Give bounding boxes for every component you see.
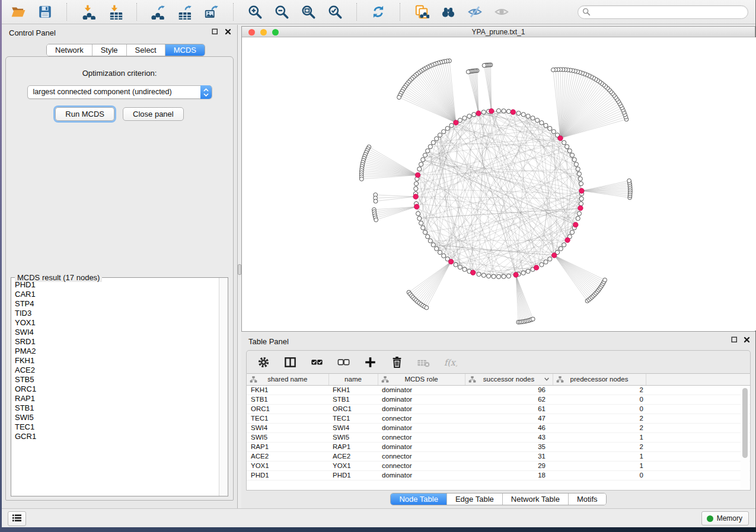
ring-node[interactable]: [576, 167, 580, 171]
cell-predecessor-nodes[interactable]: 1: [553, 432, 646, 442]
ring-node[interactable]: [487, 274, 491, 278]
cell-mcds-role[interactable]: dominator: [378, 385, 465, 395]
ring-node[interactable]: [548, 257, 552, 261]
table-float-icon[interactable]: [729, 336, 739, 345]
mcds-node-item[interactable]: PMA2: [15, 347, 218, 356]
cell-predecessor-nodes[interactable]: 0: [553, 395, 646, 404]
ring-node[interactable]: [544, 260, 548, 264]
tab-network[interactable]: Network: [47, 44, 92, 56]
cell-name[interactable]: SWI4: [328, 423, 378, 432]
ring-node[interactable]: [570, 230, 574, 235]
dominator-node[interactable]: [448, 259, 454, 264]
mcds-node-item[interactable]: SWI4: [15, 328, 218, 337]
ring-node[interactable]: [570, 153, 574, 157]
ring-node[interactable]: [445, 126, 449, 130]
save-session-button[interactable]: [34, 2, 56, 21]
mcds-node-item[interactable]: SWI5: [15, 413, 218, 422]
table-row[interactable]: ACE2ACE2connector311: [247, 451, 751, 461]
dominator-node[interactable]: [415, 172, 420, 178]
ring-node[interactable]: [562, 243, 566, 247]
ring-node[interactable]: [481, 273, 486, 277]
cell-successor-nodes[interactable]: 62: [465, 395, 553, 404]
leaf-node[interactable]: [466, 70, 470, 74]
dominator-node[interactable]: [578, 206, 583, 211]
ring-node[interactable]: [496, 274, 500, 278]
ring-node[interactable]: [442, 254, 446, 258]
ring-node[interactable]: [544, 123, 548, 127]
status-menu-button[interactable]: [8, 511, 26, 526]
ring-node[interactable]: [426, 235, 430, 239]
cell-name[interactable]: TEC1: [328, 414, 378, 423]
ring-node[interactable]: [535, 118, 540, 122]
ring-node[interactable]: [578, 177, 582, 181]
ring-node[interactable]: [551, 130, 556, 134]
table-row[interactable]: STB1STB1dominator620: [247, 395, 751, 404]
ring-node[interactable]: [417, 216, 422, 220]
cell-shared-name[interactable]: RAP1: [247, 442, 328, 451]
ring-node[interactable]: [426, 149, 430, 153]
traffic-minimize-button[interactable]: [260, 29, 267, 36]
tab-select[interactable]: Select: [126, 44, 165, 56]
cell-successor-nodes[interactable]: 35: [465, 442, 553, 451]
export-table-button[interactable]: [174, 2, 196, 21]
ring-node[interactable]: [431, 140, 435, 145]
traffic-close-button[interactable]: [248, 29, 255, 36]
cell-successor-nodes[interactable]: 61: [465, 404, 553, 414]
mcds-node-item[interactable]: STP4: [15, 299, 218, 309]
table-row[interactable]: TEC1TEC1connector472: [247, 414, 751, 423]
column-header-MCDS-role[interactable]: MCDS role: [378, 374, 465, 385]
cell-mcds-role[interactable]: dominator: [378, 423, 465, 432]
ring-node[interactable]: [579, 197, 583, 201]
mcds-node-item[interactable]: RAP1: [15, 394, 218, 403]
network-canvas[interactable]: [242, 37, 756, 331]
leaf-node[interactable]: [359, 177, 363, 181]
mcds-node-item[interactable]: PHD1: [15, 280, 218, 290]
column-header-predecessor-nodes[interactable]: predecessor nodes: [553, 374, 646, 385]
ring-node[interactable]: [548, 126, 552, 130]
dominator-node[interactable]: [454, 120, 459, 126]
mcds-node-item[interactable]: CAR1: [15, 290, 218, 299]
import-table-button[interactable]: [104, 2, 126, 21]
cell-mcds-role[interactable]: dominator: [378, 395, 465, 404]
run-mcds-button[interactable]: Run MCDS: [55, 107, 114, 121]
dominator-node[interactable]: [573, 222, 579, 227]
leaf-node[interactable]: [374, 218, 378, 222]
leaf-node[interactable]: [627, 179, 631, 183]
cell-successor-nodes[interactable]: 18: [465, 470, 553, 480]
cell-shared-name[interactable]: YOX1: [247, 461, 328, 470]
add-column-button[interactable]: [362, 354, 378, 370]
tab-mcds[interactable]: MCDS: [165, 44, 205, 56]
ring-node[interactable]: [417, 167, 422, 171]
refresh-view-button[interactable]: [368, 2, 389, 21]
ring-node[interactable]: [438, 133, 442, 137]
gear-button[interactable]: [255, 354, 272, 370]
column-header-name[interactable]: name: [328, 374, 378, 385]
split-panel-button[interactable]: [282, 354, 298, 370]
cell-mcds-role[interactable]: dominator: [378, 470, 465, 480]
mcds-node-item[interactable]: STB5: [15, 375, 218, 384]
ring-node[interactable]: [492, 274, 496, 278]
leaf-node[interactable]: [603, 278, 607, 282]
export-network-button[interactable]: [148, 2, 169, 21]
ring-node[interactable]: [540, 121, 544, 125]
ring-node[interactable]: [481, 110, 486, 114]
cell-predecessor-nodes[interactable]: 2: [553, 423, 646, 432]
mcds-node-item[interactable]: ORC1: [15, 384, 218, 394]
ring-node[interactable]: [423, 153, 427, 157]
cell-successor-nodes[interactable]: 96: [465, 385, 553, 395]
dominator-node[interactable]: [489, 108, 495, 114]
leaf-node[interactable]: [374, 199, 378, 203]
ring-node[interactable]: [467, 114, 471, 118]
ring-node[interactable]: [502, 109, 506, 113]
table-row[interactable]: SWI5SWI5connector431: [247, 432, 751, 442]
table-row[interactable]: RAP1RAP1dominator352: [247, 442, 751, 451]
cell-mcds-role[interactable]: connector: [378, 461, 465, 470]
ring-node[interactable]: [449, 123, 454, 127]
ring-node[interactable]: [442, 130, 446, 134]
hide-selected-button[interactable]: [464, 2, 486, 21]
mcds-node-item[interactable]: STB1: [15, 403, 218, 413]
deselect-all-button[interactable]: [335, 354, 352, 370]
ring-node[interactable]: [458, 265, 462, 269]
ring-node[interactable]: [423, 230, 427, 235]
cell-shared-name[interactable]: SWI4: [247, 423, 328, 432]
